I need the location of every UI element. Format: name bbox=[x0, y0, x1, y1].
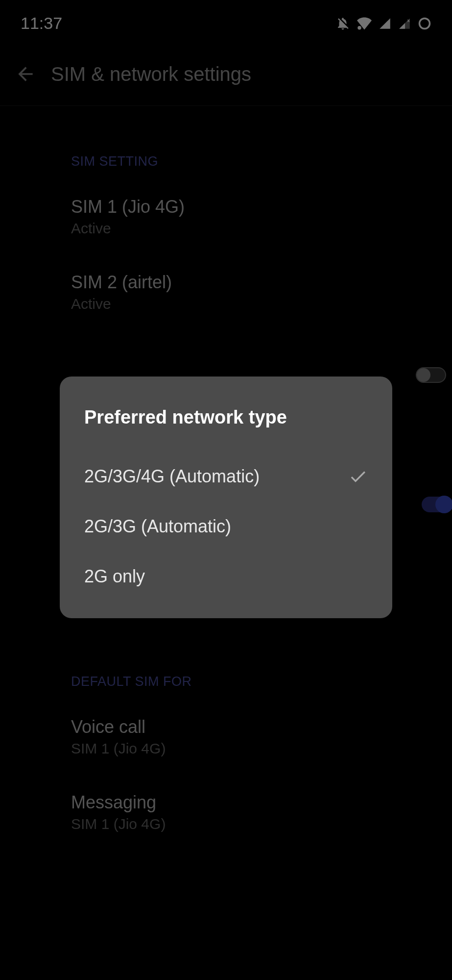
checkmark-icon bbox=[348, 467, 368, 486]
option-label: 2G/3G (Automatic) bbox=[84, 516, 231, 537]
network-type-dialog: Preferred network type 2G/3G/4G (Automat… bbox=[60, 377, 392, 618]
dialog-title: Preferred network type bbox=[60, 398, 392, 452]
option-label: 2G only bbox=[84, 566, 145, 587]
option-2g-only[interactable]: 2G only bbox=[60, 552, 392, 602]
option-2g-3g-4g[interactable]: 2G/3G/4G (Automatic) bbox=[60, 452, 392, 502]
option-2g-3g[interactable]: 2G/3G (Automatic) bbox=[60, 502, 392, 552]
option-label: 2G/3G/4G (Automatic) bbox=[84, 466, 260, 487]
